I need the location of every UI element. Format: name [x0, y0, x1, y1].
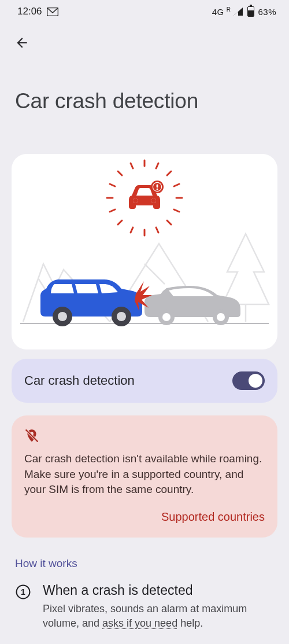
switch-thumb	[249, 374, 262, 388]
supported-countries-link[interactable]: Supported countries	[24, 510, 265, 524]
network-label: 4G	[212, 7, 224, 17]
svg-point-30	[162, 313, 171, 321]
arrow-back-icon	[14, 35, 29, 50]
svg-line-10	[156, 163, 158, 168]
step-title: When a crash is detected	[43, 583, 274, 598]
svg-text:1: 1	[21, 587, 25, 597]
crash-illustration	[12, 154, 277, 349]
svg-point-32	[217, 313, 225, 321]
step-body: Pixel vibrates, sounds an alarm at maxim…	[43, 602, 274, 631]
step-1: 1 When a crash is detected Pixel vibrate…	[15, 583, 274, 631]
signal-icon	[233, 7, 243, 16]
illustration-card	[12, 154, 277, 349]
svg-line-6	[167, 171, 171, 175]
toggle-label: Car crash detection	[24, 373, 135, 388]
svg-line-8	[167, 220, 171, 225]
svg-line-15	[110, 209, 115, 212]
svg-line-13	[131, 227, 133, 233]
step-content: When a crash is detected Pixel vibrates,…	[43, 583, 274, 631]
how-it-works-heading: How it works	[15, 557, 274, 570]
back-button[interactable]	[10, 31, 34, 54]
page-title: Car crash detection	[15, 89, 274, 113]
warning-text: Car crash detection isn't available whil…	[24, 451, 265, 498]
svg-line-12	[174, 184, 179, 186]
status-right: 4G R 63%	[212, 6, 276, 17]
svg-line-16	[174, 209, 179, 212]
roaming-warning-card: Car crash detection isn't available whil…	[12, 415, 277, 538]
svg-rect-25	[157, 185, 158, 188]
step-number-icon: 1	[15, 584, 31, 600]
svg-point-34	[58, 312, 67, 321]
svg-line-11	[110, 184, 115, 186]
battery-icon	[247, 6, 254, 17]
svg-line-14	[156, 227, 158, 233]
location-off-icon	[24, 428, 265, 443]
clock: 12:06	[17, 6, 42, 17]
gmail-icon	[47, 8, 58, 16]
svg-point-26	[157, 189, 158, 190]
svg-point-20	[151, 198, 156, 203]
svg-point-36	[117, 312, 126, 321]
svg-line-5	[118, 171, 122, 175]
battery-pct: 63%	[258, 7, 276, 17]
roaming-indicator: R	[227, 6, 231, 13]
svg-line-7	[118, 220, 122, 225]
svg-line-9	[131, 163, 133, 168]
toggle-card: Car crash detection	[12, 359, 277, 403]
crash-detection-toggle[interactable]	[232, 371, 265, 390]
status-bar: 12:06 4G R 63%	[0, 0, 289, 21]
status-left: 12:06	[17, 6, 58, 17]
